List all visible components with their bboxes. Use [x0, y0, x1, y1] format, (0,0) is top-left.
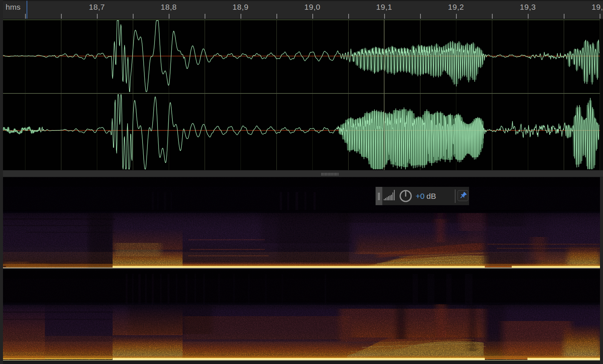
svg-text:dB: dB — [426, 192, 436, 200]
svg-text:+0: +0 — [416, 192, 425, 200]
